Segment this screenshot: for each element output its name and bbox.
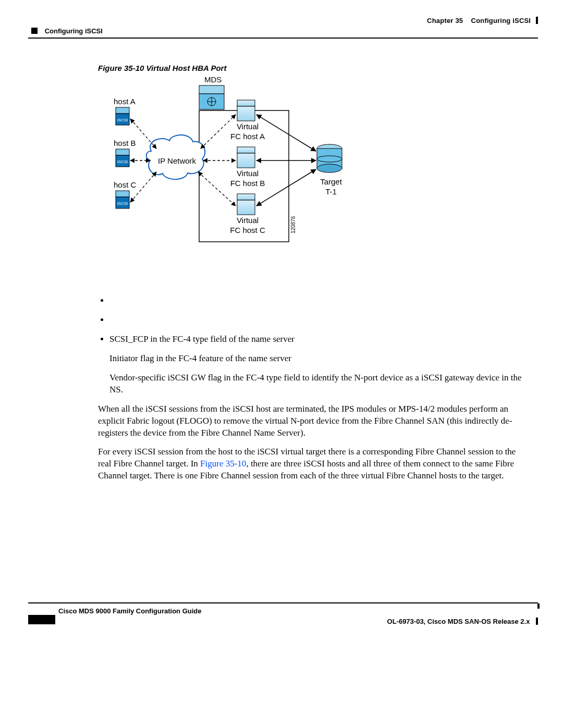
label-ip-network: IP Network: [158, 156, 196, 166]
svg-point-22: [317, 164, 342, 172]
label-host-c: host C: [114, 180, 136, 190]
svg-rect-19: [237, 200, 255, 215]
host-c-icon: iSCSI: [116, 191, 129, 208]
label-host-a: host A: [114, 97, 136, 107]
mds-chassis-icon: [199, 85, 224, 109]
chapter-label: Chapter 35: [427, 17, 463, 24]
virtual-fc-host-c-icon: [237, 194, 255, 215]
bullet-3-sub-2: Vendor-specific iSCSI GW flag in the FC-…: [109, 372, 530, 396]
footer-release-text: OL-6973-03, Cisco MDS SAN-OS Release 2.x: [387, 618, 530, 625]
target-storage-icon: [317, 144, 342, 172]
paragraph-2: For every iSCSI session from the host to…: [98, 446, 530, 482]
label-virtual-a-l1: Virtual: [237, 122, 259, 131]
footer-release-bar-icon: [536, 618, 538, 625]
page: Chapter 35 Configuring iSCSI Configuring…: [0, 0, 563, 728]
label-virtual-c: Virtual FC host C: [224, 216, 271, 236]
label-mds: MDS: [204, 75, 222, 85]
footer-page-number-box: [28, 615, 55, 624]
virtual-host-hba-diagram: iSCSI iSCSI iSCSI: [104, 78, 459, 250]
host-b-icon: iSCSI: [116, 149, 129, 167]
svg-rect-11: [116, 191, 129, 197]
label-virtual-a: Virtual FC host A: [224, 122, 271, 142]
bullet-3-sub-1: Initiator flag in the FC-4 feature of th…: [109, 353, 530, 365]
svg-rect-15: [237, 106, 255, 121]
svg-rect-8: [116, 149, 129, 155]
label-virtual-b-l2: FC host B: [230, 179, 265, 188]
header-left-square-icon: [31, 28, 38, 34]
footer-small-bar-icon: [537, 603, 540, 609]
chapter-title: Configuring iSCSI: [471, 17, 531, 24]
section-title: Configuring iSCSI: [45, 27, 103, 35]
paragraph-1: When all the iSCSI sessions from the iSC…: [98, 403, 530, 439]
header-right-bar-icon: [536, 17, 538, 24]
section-header-left: Configuring iSCSI: [31, 27, 103, 35]
svg-text:iSCSI: iSCSI: [117, 118, 128, 122]
label-virtual-b-l1: Virtual: [237, 169, 259, 178]
art-id: 120876: [290, 216, 297, 233]
svg-rect-17: [237, 153, 255, 168]
figure-caption: Figure 35-10 Virtual Host HBA Port: [98, 64, 226, 72]
label-target: Target T-1: [313, 177, 349, 197]
footer-release: OL-6973-03, Cisco MDS SAN-OS Release 2.x: [387, 618, 538, 625]
host-a-icon: iSCSI: [116, 107, 129, 125]
svg-rect-14: [237, 100, 255, 106]
label-virtual-c-l1: Virtual: [237, 216, 259, 225]
bullet-list: SCSI_FCP in the FC-4 type field of the n…: [109, 295, 530, 346]
virtual-fc-host-a-icon: [237, 100, 255, 121]
body-content: SCSI_FCP in the FC-4 type field of the n…: [98, 295, 530, 489]
svg-rect-5: [116, 107, 129, 114]
label-host-b: host B: [114, 139, 136, 149]
label-target-l1: Target: [320, 177, 342, 186]
chapter-header-right: Chapter 35 Configuring iSCSI: [427, 17, 538, 24]
label-virtual-a-l2: FC host A: [230, 132, 265, 141]
label-virtual-b: Virtual FC host B: [224, 169, 271, 189]
svg-rect-18: [237, 194, 255, 200]
bullet-2: [109, 314, 530, 326]
svg-rect-16: [237, 147, 255, 153]
label-virtual-c-l2: FC host C: [230, 226, 265, 235]
svg-text:iSCSI: iSCSI: [117, 201, 128, 206]
label-target-l2: T-1: [325, 187, 337, 196]
bullet-1: [109, 295, 530, 307]
svg-rect-0: [199, 85, 224, 94]
virtual-fc-host-b-icon: [237, 147, 255, 168]
svg-text:iSCSI: iSCSI: [117, 159, 128, 164]
footer-divider: [28, 602, 538, 603]
figure-cross-reference-link[interactable]: Figure 35-10: [200, 459, 246, 468]
header-divider: [28, 38, 538, 39]
bullet-3: SCSI_FCP in the FC-4 type field of the n…: [109, 334, 530, 346]
footer-book-title: Cisco MDS 9000 Family Configuration Guid…: [58, 607, 202, 615]
diagram-svg: iSCSI iSCSI iSCSI: [104, 78, 459, 250]
